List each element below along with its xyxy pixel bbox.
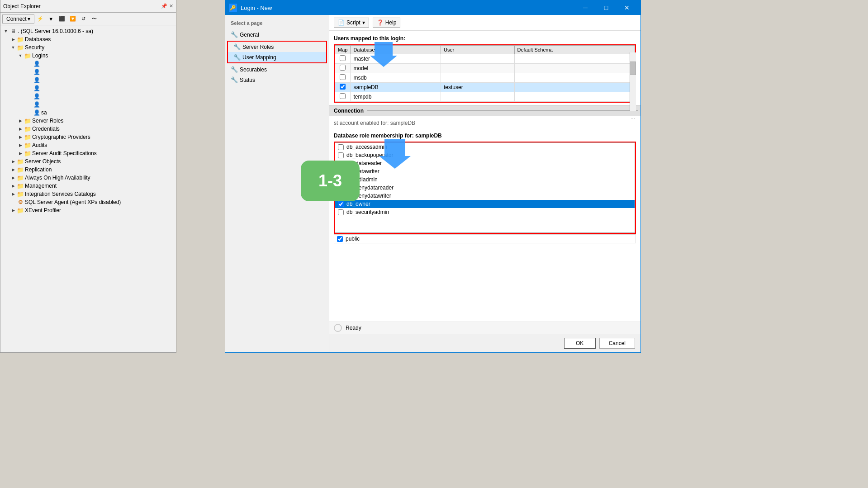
map-cell-model[interactable] <box>335 64 351 73</box>
tree-item-audits[interactable]: ▶ 📁 Audits <box>0 141 176 149</box>
checkbox-sampledb[interactable] <box>340 84 346 90</box>
step-badge: 1-3 <box>301 161 360 201</box>
tree-item-cryptographic[interactable]: ▶ 📁 Cryptographic Providers <box>0 133 176 141</box>
role-item-denydatawriter[interactable]: db_denydatawriter <box>335 192 635 200</box>
expander-management[interactable]: ▶ <box>9 182 17 190</box>
tree-item-sqlagent[interactable]: ⚙ SQL Server Agent (Agent XPs disabled) <box>0 198 176 206</box>
tree-item-management[interactable]: ▶ 📁 Management <box>0 182 176 190</box>
user-icon-2: 👤 <box>33 68 40 76</box>
role-item-securityadmin[interactable]: db_securityadmin <box>335 208 635 216</box>
tree-item-auditspecs[interactable]: ▶ 📁 Server Audit Specifications <box>0 149 176 157</box>
tree-item-databases[interactable]: ▶ 📁 Databases <box>0 35 176 43</box>
expander-cryptographic[interactable]: ▶ <box>17 133 24 141</box>
connect-button[interactable]: Connect ▾ <box>2 14 34 24</box>
tree-item-replication[interactable]: ▶ 📁 Replication <box>0 166 176 174</box>
sync-button[interactable]: ↺ <box>79 14 89 24</box>
expander-serverroles[interactable]: ▶ <box>17 117 24 124</box>
tree-item-integrationservices[interactable]: ▶ 📁 Integration Services Catalogs <box>0 190 176 198</box>
expander-credentials[interactable]: ▶ <box>17 125 24 133</box>
sidebar-item-serverroles[interactable]: 🔧 Server Roles <box>228 42 326 52</box>
filter-button[interactable]: ▼ <box>46 14 56 24</box>
logins-label: Logins <box>32 52 48 59</box>
maximize-button[interactable]: □ <box>596 0 616 15</box>
securables-label: Securables <box>240 66 267 73</box>
dialog-content: 📄 Script ▾ ❓ Help Users mapped to this l… <box>329 15 640 352</box>
expander-audits[interactable]: ▶ <box>17 142 24 149</box>
ellipsis-btn[interactable]: ⋯ <box>630 116 636 121</box>
expander-replication[interactable]: ▶ <box>9 166 17 173</box>
map-cell-sampledb[interactable] <box>335 83 351 92</box>
users-table-body: master model <box>335 54 635 102</box>
object-explorer-panel: Object Explorer 📌 ✕ Connect ▾ ⚡ ▼ ⬛ 🔽 ↺ … <box>0 0 176 353</box>
role-item-datawriter[interactable]: db_datawriter <box>335 167 635 175</box>
expander-security[interactable]: ▼ <box>9 44 17 51</box>
tree-item-credentials[interactable]: ▶ 📁 Credentials <box>0 125 176 133</box>
tree-item-login1[interactable]: 👤 <box>0 60 176 68</box>
role-item-accessadmin[interactable]: db_accessadmin <box>335 143 635 151</box>
map-cell-tempdb[interactable] <box>335 92 351 102</box>
script-button[interactable]: 📄 Script ▾ <box>334 18 369 28</box>
close-button[interactable]: ✕ <box>617 0 637 15</box>
cancel-button[interactable]: Cancel <box>599 338 635 349</box>
sidebar-item-securables[interactable]: 🔧 Securables <box>225 64 329 75</box>
expander-serverobjects[interactable]: ▶ <box>9 158 17 165</box>
checkbox-accessadmin[interactable] <box>338 144 344 150</box>
tree-item-sa[interactable]: 👤 sa <box>0 109 176 117</box>
sidebar-item-usermapping[interactable]: 🔧 User Mapping <box>228 52 326 62</box>
tree-item-login3[interactable]: 👤 <box>0 76 176 84</box>
checkbox-backupoperator[interactable] <box>338 152 344 158</box>
close-icon[interactable]: ✕ <box>169 3 173 9</box>
tree-item-security[interactable]: ▼ 📁 Security <box>0 43 176 52</box>
tree-item-login5[interactable]: 👤 <box>0 92 176 100</box>
filter2-button[interactable]: 🔽 <box>68 14 78 24</box>
auditspecs-label: Server Audit Specifications <box>32 150 97 156</box>
role-item-denydatareader[interactable]: db_denydatareader <box>335 184 635 192</box>
user-icon-6: 👤 <box>33 101 40 108</box>
refresh-button[interactable]: ⚡ <box>35 14 45 24</box>
tree-item-xevent[interactable]: ▶ 📁 XEvent Profiler <box>0 206 176 214</box>
role-item-ddladmin[interactable]: db_ddladmin <box>335 175 635 184</box>
table-scrollbar-thumb[interactable] <box>630 62 636 75</box>
expander-logins[interactable]: ▼ <box>17 52 24 59</box>
help-button[interactable]: ❓ Help <box>373 18 401 28</box>
expander-alwayson[interactable]: ▶ <box>9 174 17 181</box>
minimize-button[interactable]: ─ <box>575 0 595 15</box>
table-row: msdb <box>335 73 635 83</box>
tree-item-login6[interactable]: 👤 <box>0 100 176 109</box>
checkbox-model[interactable] <box>340 65 346 71</box>
map-cell-msdb[interactable] <box>335 73 351 83</box>
sidebar-item-general[interactable]: 🔧 General <box>225 29 329 40</box>
expander-integrationservices[interactable]: ▶ <box>9 190 17 198</box>
folder-security-icon: 📁 <box>17 44 24 51</box>
checkbox-tempdb[interactable] <box>340 93 346 99</box>
role-item-backupoperator[interactable]: db_backupoperator <box>335 151 635 159</box>
tree-item-server[interactable]: ▼ 🖥 . (SQL Server 16.0.1000.6 - sa) <box>0 27 176 35</box>
checkbox-public[interactable] <box>337 236 343 242</box>
map-cell-master[interactable] <box>335 54 351 64</box>
tree-item-logins[interactable]: ▼ 📁 Logins <box>0 52 176 60</box>
expander-databases[interactable]: ▶ <box>9 36 17 43</box>
tree-item-login4[interactable]: 👤 <box>0 84 176 92</box>
tree-item-serverobjects[interactable]: ▶ 📁 Server Objects <box>0 157 176 166</box>
tree-item-alwayson[interactable]: ▶ 📁 Always On High Availability <box>0 174 176 182</box>
role-item-datareader[interactable]: db_datareader <box>335 159 635 167</box>
checkbox-securityadmin[interactable] <box>338 209 344 215</box>
checkbox-msdb[interactable] <box>340 74 346 80</box>
ok-button[interactable]: OK <box>564 338 596 349</box>
checkbox-master[interactable] <box>340 55 346 61</box>
table-scrollbar[interactable]: ⋯ <box>630 52 636 111</box>
script-arrow: ▾ <box>362 19 365 26</box>
activity-button[interactable]: 〜 <box>90 14 100 24</box>
pin-icon[interactable]: 📌 <box>161 3 167 9</box>
sidebar-item-status[interactable]: 🔧 Status <box>225 75 329 85</box>
role-item-public[interactable]: public <box>334 234 636 243</box>
expander-auditspecs[interactable]: ▶ <box>17 150 24 157</box>
expander-server[interactable]: ▼ <box>2 28 9 35</box>
stop-button[interactable]: ⬛ <box>57 14 67 24</box>
tree-item-serverroles[interactable]: ▶ 📁 Server Roles <box>0 117 176 125</box>
checkbox-owner[interactable] <box>338 201 344 207</box>
expander-xevent[interactable]: ▶ <box>9 207 17 214</box>
table-row-sampledb[interactable]: sampleDB testuser <box>335 83 635 92</box>
tree-item-login2[interactable]: 👤 <box>0 68 176 76</box>
role-item-owner[interactable]: db_owner <box>335 200 635 208</box>
